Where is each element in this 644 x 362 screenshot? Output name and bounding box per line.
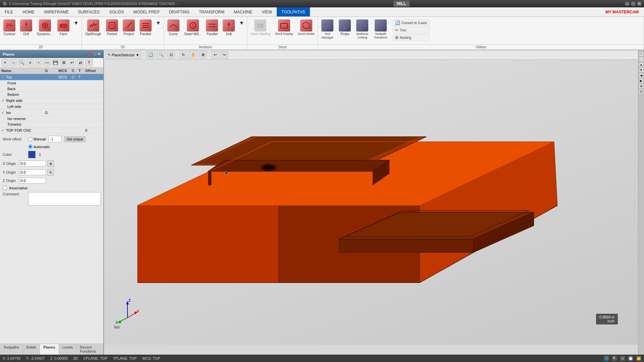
right-btn-7[interactable]: ⊕ — [639, 84, 644, 88]
ribbon-face-btn[interactable]: Face — [55, 18, 71, 38]
ribbon-stock-display-btn[interactable]: Stock Display — [273, 18, 295, 37]
tab-planes[interactable]: Planes — [40, 344, 59, 355]
right-btn-6[interactable]: ▶ — [639, 78, 644, 83]
plane-row-bottom[interactable]: Bottom — [0, 92, 103, 98]
ribbon-parallel-btn[interactable]: Parallel — [138, 18, 154, 38]
status-clock-btn[interactable]: 🕐 — [628, 356, 633, 361]
canvas-area[interactable]: Z Y X Iso 0.8869 in Inch — [104, 60, 638, 345]
planes-undo-btn[interactable]: ↩ — [68, 59, 76, 66]
comment-input[interactable] — [28, 192, 101, 205]
y-origin-spin-btn[interactable]: ↻ — [47, 169, 54, 176]
ribbon-toolpath-transform-btn[interactable]: ToolpathTransform — [372, 18, 389, 41]
plane-row-iso-reverse[interactable]: Iso reverse — [0, 116, 103, 122]
right-btn-1[interactable]: + — [639, 52, 644, 56]
get-unique-btn[interactable]: Get unique — [64, 136, 86, 142]
manual-radio-input[interactable] — [28, 137, 33, 141]
ribbon-multiaxis-linking-btn[interactable]: MultiaxisLinking — [354, 18, 370, 41]
ribbon-trim-btn[interactable]: ✂ Trim — [393, 27, 429, 34]
tab-levels[interactable]: Levels — [59, 344, 77, 355]
planes-pin-btn[interactable]: 📌 — [88, 52, 93, 56]
planes-gear-btn[interactable]: ⚙ — [60, 59, 67, 66]
x-origin-input[interactable]: 0.0 — [19, 161, 46, 167]
right-btn-5[interactable]: ◀ — [639, 73, 644, 78]
menu-toolpaths[interactable]: TOOLPATHS — [277, 7, 310, 16]
menu-home[interactable]: HOME — [18, 7, 39, 16]
right-btn-3[interactable]: ▲ — [639, 62, 644, 67]
2d-expand-btn[interactable]: ▼ — [72, 19, 80, 27]
status-settings-btn[interactable]: ⚙ — [620, 356, 625, 361]
menu-transform[interactable]: TRANSFORM — [194, 7, 229, 16]
right-btn-2[interactable]: - — [639, 57, 644, 62]
auto-radio[interactable]: Automatic — [28, 144, 50, 149]
right-btn-8[interactable]: ⊖ — [639, 89, 644, 94]
vt-select-btn[interactable]: ↖ PlaneSelector ▼ — [105, 51, 142, 59]
menu-file[interactable]: FILE — [0, 7, 18, 16]
ribbon-project-btn[interactable]: Project — [121, 18, 137, 38]
menu-wireframe[interactable]: WIREFRAME — [39, 7, 73, 16]
plane-row-trimetric[interactable]: Trimetric — [0, 122, 103, 127]
planes-equals-btn[interactable]: = — [26, 59, 34, 66]
status-search-btn[interactable]: 🔍 — [612, 356, 617, 361]
z-origin-input[interactable]: 0.0 — [19, 178, 46, 184]
work-offset-value-input[interactable]: -1 — [48, 136, 62, 142]
tab-recent-functions[interactable]: Recent Functions — [76, 344, 103, 355]
planes-help-btn[interactable]: ? — [85, 59, 93, 66]
ribbon-swarf-btn[interactable]: Swarf Mill... — [182, 18, 204, 38]
ribbon-stock-shading-btn[interactable]: Stock Shading — [249, 18, 272, 37]
plane-row-top[interactable]: ✓Top WCS C T — [0, 74, 103, 80]
planes-arrow2-btn[interactable]: ⇄ — [77, 59, 84, 66]
tab-solids[interactable]: Solids — [23, 344, 40, 355]
menu-solids[interactable]: SOLIDS — [104, 7, 128, 16]
ribbon-dynamic-btn[interactable]: Dynamic... — [35, 18, 55, 38]
minimize-button[interactable]: — — [625, 2, 629, 6]
maximize-button[interactable]: □ — [631, 2, 635, 6]
menu-view[interactable]: VIEW — [257, 7, 277, 16]
plane-row-top-cnc[interactable]: ✓TOP FOR CNC 0 — [0, 127, 103, 134]
plane-row-back[interactable]: Back — [0, 86, 103, 92]
multiaxis-expand-btn[interactable]: ▼ — [237, 19, 246, 27]
3d-expand-btn[interactable]: ▼ — [154, 19, 162, 27]
y-origin-input[interactable]: 0.0 — [19, 169, 46, 175]
vt-zoom-fit-btn[interactable]: ⊡ — [167, 51, 175, 59]
planes-dash-btn[interactable]: — — [43, 59, 51, 66]
vt-zoom-btn[interactable]: 🔍 — [157, 51, 166, 59]
ribbon-contour-btn[interactable]: Contour — [1, 18, 17, 38]
vt-pan-btn[interactable]: ✋ — [189, 51, 198, 59]
vt-rotate-btn[interactable]: ↻ — [179, 51, 187, 59]
ribbon-drill-btn[interactable]: Drill — [18, 18, 34, 38]
planes-save-btn[interactable]: 💾 — [52, 59, 59, 66]
ribbon-nesting-btn[interactable]: ⊞ Nesting — [393, 34, 429, 41]
tab-toolpaths[interactable]: Toolpaths — [0, 344, 23, 355]
titlebar-controls[interactable]: — □ ✕ — [625, 2, 641, 6]
ribbon-drill-ma-btn[interactable]: Drill — [221, 18, 237, 38]
close-button[interactable]: ✕ — [637, 2, 641, 6]
color-swatch[interactable] — [28, 151, 36, 158]
planes-add-btn[interactable]: + — [1, 59, 9, 66]
menu-modelprep[interactable]: MODEL PREP — [128, 7, 164, 16]
ribbon-pocket-btn[interactable]: Pocket — [104, 18, 120, 38]
ribbon-parallel-ma-btn[interactable]: Parallel — [204, 18, 220, 38]
menu-surfaces[interactable]: SURFACES — [73, 7, 105, 16]
status-network-btn[interactable]: 📶 — [636, 356, 641, 361]
planes-arrow-btn[interactable]: → — [10, 59, 17, 66]
vt-redo-btn[interactable]: ↪ — [220, 51, 228, 59]
ribbon-stock-model-btn[interactable]: Stock Model — [296, 18, 317, 37]
plane-row-front[interactable]: Front — [0, 80, 103, 86]
ribbon-probe-btn[interactable]: Probe — [337, 18, 353, 38]
ribbon-tool-manager-btn[interactable]: ToolManager — [319, 18, 335, 41]
ribbon-optirough-btn[interactable]: OptiRough — [83, 18, 103, 38]
vt-grid-btn[interactable]: ⊞ — [199, 51, 207, 59]
plane-row-rightside[interactable]: ✓Right side — [0, 98, 103, 104]
ribbon-convert-5axis-btn[interactable]: 🔄 Convert to 5-axis — [393, 19, 429, 26]
associative-checkbox[interactable] — [3, 186, 7, 190]
vt-repaint-btn[interactable]: 🔄 — [146, 51, 155, 59]
status-globe-btn[interactable]: 🌐 — [604, 356, 609, 361]
manual-radio[interactable]: Manual — [28, 137, 46, 141]
auto-radio-input[interactable] — [28, 144, 33, 149]
plane-row-iso[interactable]: ✓Iso G — [0, 110, 103, 116]
ribbon-curve-btn[interactable]: Curve — [165, 18, 181, 38]
planes-tilde-btn[interactable]: ~ — [35, 59, 42, 66]
menu-drafting[interactable]: DRAFTING — [164, 7, 194, 16]
plane-row-leftside[interactable]: Left side — [0, 104, 103, 110]
vt-undo-btn[interactable]: ↩ — [211, 51, 219, 59]
